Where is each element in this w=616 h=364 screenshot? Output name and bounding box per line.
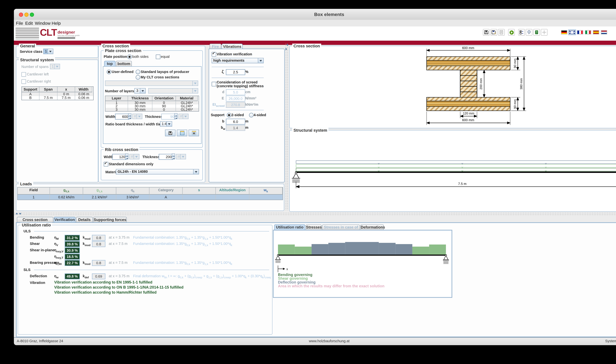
requirements-select[interactable]: high requirements <box>212 58 264 63</box>
supports-col-span: Span <box>40 87 57 92</box>
flag-spain-icon[interactable] <box>593 30 599 34</box>
cantilever-right-checkbox[interactable] <box>21 79 26 84</box>
cantilever-left-checkbox[interactable] <box>21 72 26 77</box>
chart-segment-deflection <box>379 243 396 254</box>
settings-icon[interactable] <box>518 29 525 36</box>
cross-section-title: Cross section <box>101 44 130 48</box>
supports-table[interactable]: Support Span x Width A 0 m 0.06 m B 7.5 … <box>21 86 94 100</box>
save-icon[interactable] <box>483 29 490 36</box>
status-url[interactable]: www.holzbauforschung.at <box>14 338 616 345</box>
kdef-label: kdef <box>83 273 89 280</box>
tab-supporting-forces[interactable]: Supporting forces <box>93 217 127 222</box>
hint-icon[interactable]: i <box>526 29 533 36</box>
table-row[interactable]: 1 30 mm 0 GL24h* <box>105 101 199 104</box>
standard-layups-radio[interactable] <box>136 70 140 74</box>
splitter-down-icon[interactable] <box>19 213 21 216</box>
kmod-value[interactable]: 0.8 <box>92 235 105 241</box>
my-layups-button[interactable]: M <box>189 130 199 136</box>
tab-verification[interactable]: Verification <box>54 217 76 222</box>
b-input[interactable]: 6.0 <box>226 119 245 125</box>
loads-table[interactable]: Fieldg0,kg1,kqkCategorysAltitude/Regionw… <box>17 187 283 200</box>
ratio-select[interactable]: 1:4 <box>160 121 172 127</box>
tab-deformations[interactable]: Deformations <box>360 224 384 230</box>
svg-text:380 mm: 380 mm <box>520 78 523 90</box>
number-of-layers-select[interactable]: 3 <box>134 88 146 93</box>
structural-system-drawing: 7.5 m <box>290 130 616 210</box>
kmod-value[interactable]: 0.8 <box>92 241 105 247</box>
layers-col-layer: Layer <box>105 96 128 101</box>
support-4-sided-radio[interactable] <box>249 113 254 117</box>
target-icon[interactable] <box>541 29 548 36</box>
tab-stresses-fire[interactable]: Stresses in case of fire <box>322 224 360 230</box>
layup-select <box>105 80 198 86</box>
splitter-left-icon[interactable] <box>285 44 288 46</box>
my-clt-radio[interactable] <box>136 75 140 80</box>
plate-position-both-sides-radio[interactable] <box>127 54 132 59</box>
table-row[interactable]: A 0 m 0.06 m <box>22 92 93 96</box>
kmod-value[interactable]: 0.8 <box>92 260 105 266</box>
service-class-select[interactable]: 1 <box>43 49 53 54</box>
standard-dimensions-checkbox[interactable] <box>104 162 108 167</box>
tab-details[interactable]: Details <box>76 217 93 222</box>
report-icon[interactable] <box>498 29 505 36</box>
tab-utilisation-ratio[interactable]: Utilisation ratio <box>274 224 305 230</box>
tab-top[interactable]: top <box>104 61 115 66</box>
table-row[interactable]: B 7.5 m 7.5 m 0.06 m <box>22 96 93 100</box>
kdef-value[interactable]: 0.69 <box>92 273 105 279</box>
support-2-sided-radio[interactable] <box>227 113 231 117</box>
svg-text:i: i <box>529 31 529 33</box>
rib-thickness-stepper[interactable] <box>172 154 175 159</box>
run-icon[interactable] <box>508 29 515 36</box>
vibration-label: Vibration <box>30 280 45 285</box>
tab-fire[interactable]: Fire <box>210 44 221 49</box>
app-header: CLT designer holz.bau forschungs gmbh i … <box>14 26 616 41</box>
plate-width-stepper[interactable] <box>128 113 131 119</box>
rib-material-select[interactable]: GL24h - EN 14080 <box>116 169 199 174</box>
flag-united-kingdom-icon[interactable] <box>569 30 575 34</box>
plate-width-label: Width <box>105 114 115 119</box>
tab-bottom[interactable]: bottom <box>116 61 132 66</box>
zeta-input[interactable]: 2.5 <box>226 69 245 75</box>
vibration-result-onb: Vibration verification according to ON B… <box>54 285 183 289</box>
table-row[interactable]: 2 30 mm 90 GL24h* <box>105 104 199 108</box>
help-icon[interactable]: ? <box>533 29 540 36</box>
cross-section-drawing: 600 mm 90 mm 380 mm 200 mm 90 mm 120 mm … <box>290 46 616 127</box>
menu-file[interactable]: File <box>16 20 23 26</box>
rib-thickness-input[interactable]: 200 <box>159 154 173 160</box>
rib-width-input[interactable]: 120 <box>112 154 126 160</box>
flag-italy-icon[interactable] <box>585 30 591 34</box>
plate-width-input[interactable]: 600 <box>115 114 129 120</box>
user-defined-radio[interactable] <box>107 70 111 74</box>
splitter-right-icon[interactable] <box>286 48 288 50</box>
vibration-result-en: Vibration verification according to EN 1… <box>54 280 152 284</box>
layers-table[interactable]: Layer Thickness Orientation Material 1 3… <box>105 96 199 112</box>
menu-window[interactable]: Window <box>35 20 51 26</box>
vibration-verification-checkbox[interactable] <box>212 52 216 57</box>
screed-e-input: 26,000.0 <box>226 96 245 102</box>
menu-edit[interactable]: Edit <box>25 20 33 26</box>
flag-germany-icon[interactable] <box>561 30 567 34</box>
save-as-icon[interactable] <box>491 29 497 36</box>
user-defined-label: User-defined <box>112 69 134 74</box>
rib-width-stepper[interactable] <box>125 154 128 159</box>
tab-stresses[interactable]: Stresses <box>306 224 322 230</box>
save-layup-button[interactable] <box>165 130 176 136</box>
flag-france-icon[interactable] <box>577 30 583 34</box>
tab-vibrations[interactable]: Vibrations <box>222 44 243 49</box>
screed-checkbox[interactable] <box>212 82 216 86</box>
titlebar[interactable]: Box elements <box>14 9 616 20</box>
vertical-splitter[interactable] <box>285 43 288 210</box>
kmod-label: kmod <box>83 260 90 267</box>
horizontal-splitter[interactable] <box>14 212 616 216</box>
layup-table-button[interactable] <box>177 130 187 136</box>
table-row[interactable]: 3 30 mm 0 GL24h* <box>105 108 199 111</box>
menu-help[interactable]: Help <box>52 20 61 26</box>
table-row[interactable]: 10.62 kN/m2.1 kN/m²3 kN/m²A <box>18 195 283 199</box>
splitter-up-icon[interactable] <box>15 211 18 214</box>
flag-netherlands-icon[interactable] <box>601 30 607 34</box>
tab-cross-section-values[interactable]: Cross section values <box>17 217 53 222</box>
loads-col: s <box>183 187 216 195</box>
chart-segment-deflection <box>312 244 328 255</box>
shear-label: Shear <box>30 241 40 246</box>
equal-checkbox[interactable] <box>156 54 160 59</box>
